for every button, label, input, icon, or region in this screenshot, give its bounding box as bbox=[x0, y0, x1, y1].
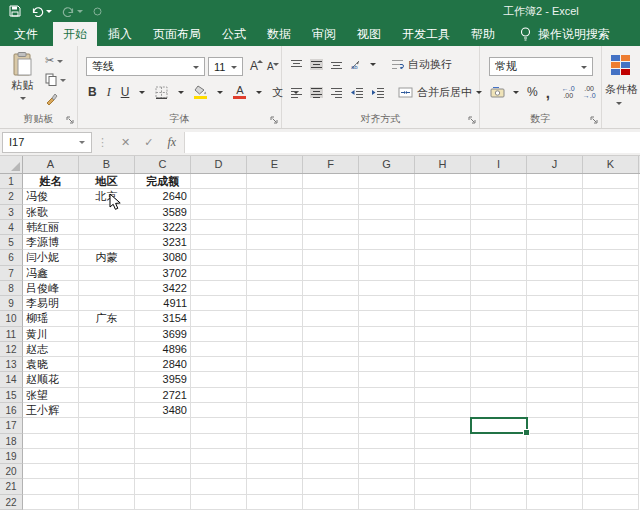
cell-J22[interactable] bbox=[527, 495, 583, 510]
cell-J18[interactable] bbox=[527, 434, 583, 449]
cell-C15[interactable]: 2721 bbox=[135, 388, 191, 403]
cell-K18[interactable] bbox=[583, 434, 639, 449]
cell-C1[interactable]: 完成额 bbox=[135, 174, 191, 189]
cell-E5[interactable] bbox=[247, 235, 303, 250]
italic-button[interactable]: I bbox=[107, 85, 111, 100]
cell-K6[interactable] bbox=[583, 250, 639, 265]
row-header-18[interactable]: 18 bbox=[0, 434, 23, 449]
align-bottom-icon[interactable] bbox=[330, 59, 343, 70]
cell-A5[interactable]: 李源博 bbox=[23, 235, 79, 250]
cell-J6[interactable] bbox=[527, 250, 583, 265]
shrink-font-button[interactable]: A bbox=[267, 61, 274, 72]
cell-H17[interactable] bbox=[415, 418, 471, 433]
cell-G1[interactable] bbox=[359, 174, 415, 189]
cell-B7[interactable] bbox=[79, 266, 135, 281]
cell-I5[interactable] bbox=[471, 235, 527, 250]
cut-button[interactable]: ✂ bbox=[45, 53, 66, 68]
cell-J20[interactable] bbox=[527, 464, 583, 479]
cell-G13[interactable] bbox=[359, 357, 415, 372]
row-header-9[interactable]: 9 bbox=[0, 296, 23, 311]
cell-C12[interactable]: 4896 bbox=[135, 342, 191, 357]
cell-H12[interactable] bbox=[415, 342, 471, 357]
align-right-icon[interactable] bbox=[330, 87, 343, 98]
cell-H1[interactable] bbox=[415, 174, 471, 189]
cell-E14[interactable] bbox=[247, 372, 303, 387]
cell-E20[interactable] bbox=[247, 464, 303, 479]
format-painter-button[interactable] bbox=[45, 91, 66, 106]
cell-A22[interactable] bbox=[23, 495, 79, 510]
align-top-icon[interactable] bbox=[290, 59, 303, 70]
cell-G10[interactable] bbox=[359, 311, 415, 326]
cell-I16[interactable] bbox=[471, 403, 527, 418]
cell-J12[interactable] bbox=[527, 342, 583, 357]
fill-dropdown-icon[interactable] bbox=[217, 91, 223, 97]
cell-F3[interactable] bbox=[303, 205, 359, 220]
row-header-11[interactable]: 11 bbox=[0, 327, 23, 342]
cell-I2[interactable] bbox=[471, 189, 527, 204]
cell-A8[interactable]: 吕俊峰 bbox=[23, 281, 79, 296]
cell-C11[interactable]: 3699 bbox=[135, 327, 191, 342]
cell-D22[interactable] bbox=[191, 495, 247, 510]
cell-F10[interactable] bbox=[303, 311, 359, 326]
cell-H13[interactable] bbox=[415, 357, 471, 372]
cell-J1[interactable] bbox=[527, 174, 583, 189]
row-header-5[interactable]: 5 bbox=[0, 235, 23, 250]
cell-A15[interactable]: 张望 bbox=[23, 388, 79, 403]
cell-C14[interactable]: 3959 bbox=[135, 372, 191, 387]
cell-K3[interactable] bbox=[583, 205, 639, 220]
customize-icon[interactable] bbox=[93, 7, 102, 16]
cell-H19[interactable] bbox=[415, 449, 471, 464]
undo-dropdown-icon[interactable] bbox=[46, 10, 52, 16]
cell-K13[interactable] bbox=[583, 357, 639, 372]
cell-K4[interactable] bbox=[583, 220, 639, 235]
tab-insert[interactable]: 插入 bbox=[98, 22, 142, 46]
cell-H9[interactable] bbox=[415, 296, 471, 311]
row-header-6[interactable]: 6 bbox=[0, 250, 23, 265]
column-header-E[interactable]: E bbox=[247, 156, 303, 173]
cancel-icon[interactable]: ✕ bbox=[121, 136, 130, 149]
cell-J15[interactable] bbox=[527, 388, 583, 403]
cell-E13[interactable] bbox=[247, 357, 303, 372]
cell-K8[interactable] bbox=[583, 281, 639, 296]
cell-C6[interactable]: 3080 bbox=[135, 250, 191, 265]
cell-B3[interactable] bbox=[79, 205, 135, 220]
cell-I1[interactable] bbox=[471, 174, 527, 189]
cell-F7[interactable] bbox=[303, 266, 359, 281]
cell-K2[interactable] bbox=[583, 189, 639, 204]
cell-F20[interactable] bbox=[303, 464, 359, 479]
cell-I9[interactable] bbox=[471, 296, 527, 311]
cell-F21[interactable] bbox=[303, 479, 359, 494]
orientation-button[interactable]: ab bbox=[350, 58, 363, 70]
cell-K5[interactable] bbox=[583, 235, 639, 250]
comma-style-button[interactable]: , bbox=[546, 84, 550, 101]
cell-D11[interactable] bbox=[191, 327, 247, 342]
cell-J2[interactable] bbox=[527, 189, 583, 204]
cell-G14[interactable] bbox=[359, 372, 415, 387]
cell-D15[interactable] bbox=[191, 388, 247, 403]
cell-C22[interactable] bbox=[135, 495, 191, 510]
cell-B1[interactable]: 地区 bbox=[79, 174, 135, 189]
cell-E22[interactable] bbox=[247, 495, 303, 510]
decrease-decimal-button[interactable]: .00→.0 bbox=[583, 85, 596, 99]
save-icon[interactable] bbox=[9, 5, 21, 17]
cell-H3[interactable] bbox=[415, 205, 471, 220]
cell-B20[interactable] bbox=[79, 464, 135, 479]
cell-I18[interactable] bbox=[471, 434, 527, 449]
cell-J21[interactable] bbox=[527, 479, 583, 494]
merge-center-button[interactable]: 合并后居中 bbox=[398, 85, 482, 100]
align-middle-icon[interactable] bbox=[310, 59, 323, 70]
cell-E11[interactable] bbox=[247, 327, 303, 342]
cell-I12[interactable] bbox=[471, 342, 527, 357]
cell-D1[interactable] bbox=[191, 174, 247, 189]
cell-E4[interactable] bbox=[247, 220, 303, 235]
cell-C4[interactable]: 3223 bbox=[135, 220, 191, 235]
cell-J11[interactable] bbox=[527, 327, 583, 342]
cell-G17[interactable] bbox=[359, 418, 415, 433]
cell-E12[interactable] bbox=[247, 342, 303, 357]
row-header-20[interactable]: 20 bbox=[0, 464, 23, 479]
cell-J17[interactable] bbox=[527, 418, 583, 433]
cell-H15[interactable] bbox=[415, 388, 471, 403]
tab-data[interactable]: 数据 bbox=[257, 22, 301, 46]
row-header-7[interactable]: 7 bbox=[0, 266, 23, 281]
cell-G7[interactable] bbox=[359, 266, 415, 281]
